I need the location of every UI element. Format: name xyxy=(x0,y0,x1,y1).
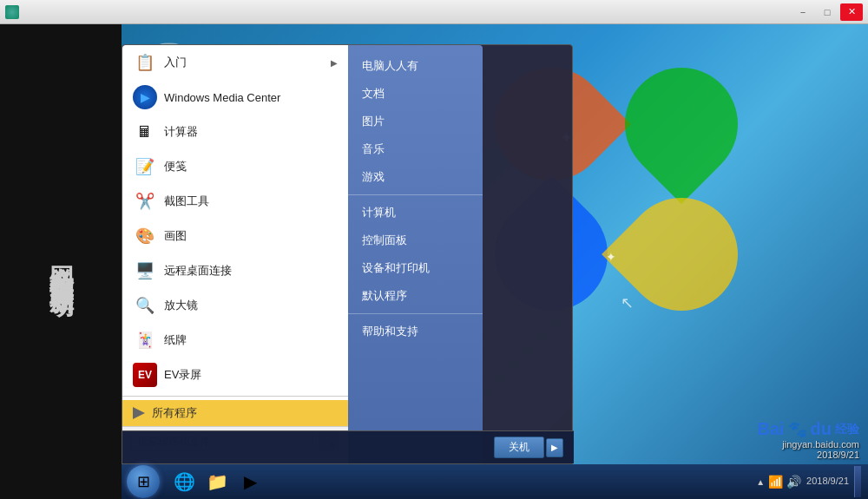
menu-item-wmc[interactable]: ▶ Windows Media Center xyxy=(122,80,348,115)
baidu-paw-icon: 🐾 xyxy=(788,420,807,439)
baidu-jingyan-text: 经验 xyxy=(835,422,859,437)
tray-arrow-icon[interactable]: ▲ xyxy=(756,477,765,487)
main-content: 网络控制器更新驱动 ✦ ✦ 🗑️ 回收站 ↖ xyxy=(0,24,868,499)
paint-icon: 🎨 xyxy=(133,224,157,248)
shutdown-bar: 关机 ▶ xyxy=(122,430,574,463)
shutdown-button[interactable]: 关机 xyxy=(494,437,544,458)
notes-label: 便笺 xyxy=(164,159,187,174)
baidu-text-du: du xyxy=(811,419,832,439)
left-panel-text: 网络控制器更新驱动 xyxy=(45,246,76,278)
baidu-logo: Bai 🐾 du 经验 xyxy=(757,419,859,439)
start-menu-left: 📋 入门 ▶ ▶ Windows Media Center 🖩 计算器 📝 便笺 xyxy=(122,45,348,463)
all-programs-row[interactable]: 所有程序 xyxy=(122,400,348,426)
all-programs-label: 所有程序 xyxy=(152,405,197,421)
right-divider-1 xyxy=(348,194,483,195)
maximize-button[interactable]: □ xyxy=(816,3,838,21)
paint-label: 画图 xyxy=(164,228,187,244)
rdp-icon: 🖥️ xyxy=(133,259,157,283)
ev-label: EV录屏 xyxy=(164,367,201,383)
show-desktop-button[interactable] xyxy=(854,466,861,497)
menu-item-cards[interactable]: 🃏 纸牌 xyxy=(122,323,348,358)
calc-label: 计算器 xyxy=(164,124,198,140)
network-icon: 📶 xyxy=(768,475,783,489)
minimize-button[interactable]: − xyxy=(792,3,814,21)
cards-icon: 🃏 xyxy=(133,328,157,352)
taskbar: ⊞ 🌐 📁 ▶ ▲ 📶 🔊 2018/9/21 xyxy=(122,464,868,499)
wmc-label: Windows Media Center xyxy=(164,91,280,104)
desktop: ✦ ✦ 🗑️ 回收站 ↖ 📋 入门 ▶ ▶ Windows Media Cent… xyxy=(122,24,868,499)
snip-icon: ✂️ xyxy=(133,189,157,213)
right-item-music[interactable]: 音乐 xyxy=(348,135,483,163)
right-item-devices[interactable]: 设备和打印机 xyxy=(348,254,483,282)
right-item-computer[interactable]: 计算机 xyxy=(348,199,483,227)
start-orb: ⊞ xyxy=(127,465,160,498)
notes-icon: 📝 xyxy=(133,154,157,179)
clock-date: 2018/9/21 xyxy=(806,475,849,488)
logo-q2 xyxy=(602,44,761,204)
volume-icon: 🔊 xyxy=(786,475,801,489)
rdp-label: 远程桌面连接 xyxy=(164,263,232,279)
right-item-pictures[interactable]: 图片 xyxy=(348,108,483,135)
ev-icon: EV xyxy=(133,363,157,387)
shutdown-arrow-button[interactable]: ▶ xyxy=(546,438,563,457)
taskbar-explorer-icon[interactable]: 📁 xyxy=(201,466,233,497)
system-tray: ▲ 📶 🔊 xyxy=(756,475,801,489)
all-programs-arrow-icon xyxy=(133,407,145,419)
right-item-defaults[interactable]: 默认程序 xyxy=(348,282,483,310)
menu-divider xyxy=(122,396,348,397)
right-divider-2 xyxy=(348,313,483,314)
menu-item-magnifier[interactable]: 🔍 放大镜 xyxy=(122,288,348,323)
magnifier-icon: 🔍 xyxy=(133,293,157,318)
right-item-games[interactable]: 游戏 xyxy=(348,163,483,191)
menu-item-snip[interactable]: ✂️ 截图工具 xyxy=(122,184,348,219)
menu-item-rumen[interactable]: 📋 入门 ▶ xyxy=(122,45,348,80)
menu-item-notes[interactable]: 📝 便笺 xyxy=(122,149,348,184)
left-panel: 网络控制器更新驱动 xyxy=(0,24,122,499)
baidu-url: jingyan.baidu.com xyxy=(782,439,859,450)
snip-label: 截图工具 xyxy=(164,194,209,209)
sparkle-2: ✦ xyxy=(606,250,616,264)
start-menu: 📋 入门 ▶ ▶ Windows Media Center 🖩 计算器 📝 便笺 xyxy=(122,44,573,464)
right-item-user[interactable]: 电脑人人有 xyxy=(348,52,483,80)
right-item-cpanel[interactable]: 控制面板 xyxy=(348,227,483,254)
taskbar-pinned-items: 🌐 📁 ▶ xyxy=(168,466,266,497)
taskbar-media-icon[interactable]: ▶ xyxy=(234,466,266,497)
calc-icon: 🖩 xyxy=(133,120,157,144)
title-bar: − □ ✕ xyxy=(0,0,868,24)
menu-item-ev[interactable]: EV EV录屏 xyxy=(122,358,348,392)
close-button[interactable]: ✕ xyxy=(840,3,863,21)
menu-item-calc[interactable]: 🖩 计算器 xyxy=(122,115,348,149)
menu-item-rdp[interactable]: 🖥️ 远程桌面连接 xyxy=(122,253,348,288)
right-item-docs[interactable]: 文档 xyxy=(348,80,483,108)
baidu-text-bai: Bai xyxy=(757,419,784,439)
menu-item-paint[interactable]: 🎨 画图 xyxy=(122,219,348,253)
watermark-date: 2018/9/21 xyxy=(817,450,859,460)
watermark: Bai 🐾 du 经验 jingyan.baidu.com 2018/9/21 xyxy=(757,419,859,460)
window-icon xyxy=(5,5,19,19)
window-controls: − □ ✕ xyxy=(792,3,863,21)
cursor: ↖ xyxy=(621,293,634,312)
wmc-icon: ▶ xyxy=(133,85,157,109)
taskbar-ie-icon[interactable]: 🌐 xyxy=(168,466,200,497)
magnifier-label: 放大镜 xyxy=(164,298,198,313)
right-item-help[interactable]: 帮助和支持 xyxy=(348,318,483,345)
taskbar-right: ▲ 📶 🔊 2018/9/21 xyxy=(756,466,868,497)
rumen-arrow: ▶ xyxy=(331,58,338,68)
rumen-icon: 📋 xyxy=(133,50,157,75)
rumen-label: 入门 xyxy=(164,55,187,70)
start-menu-right: 电脑人人有 文档 图片 音乐 游戏 计算机 控制面板 设备和打印机 默认程序 帮… xyxy=(348,45,483,463)
windows-flag-icon: ⊞ xyxy=(137,472,150,491)
clock: 2018/9/21 xyxy=(806,475,849,488)
cards-label: 纸牌 xyxy=(164,332,187,348)
start-button[interactable]: ⊞ xyxy=(122,464,165,499)
